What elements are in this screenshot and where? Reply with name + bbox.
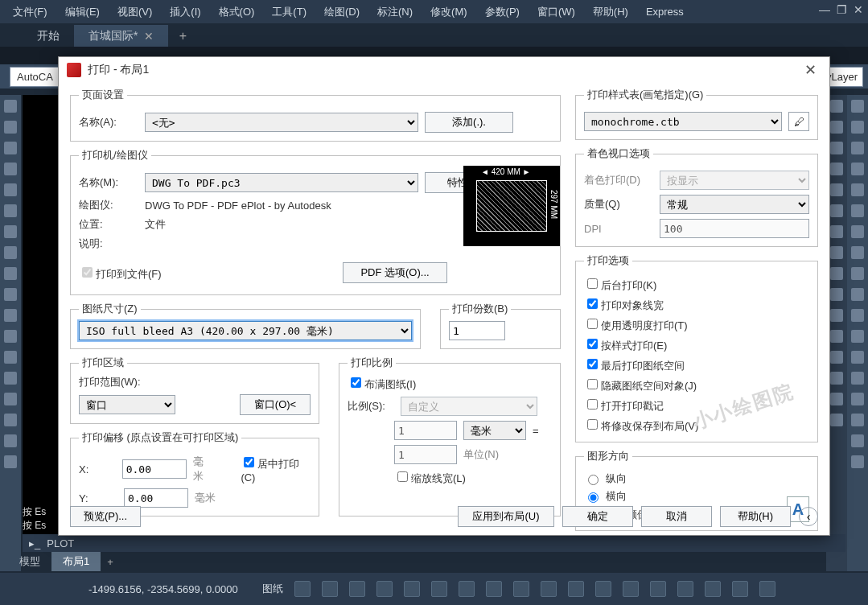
tool-icon[interactable] (4, 121, 17, 134)
printer-name-select[interactable]: DWG To PDF.pc3 (145, 173, 418, 192)
menu-modify[interactable]: 修改(M) (430, 5, 467, 19)
add-page-setup-button[interactable]: 添加(.). (425, 112, 513, 133)
menu-file[interactable]: 文件(F) (13, 5, 47, 19)
menu-format[interactable]: 格式(O) (219, 5, 255, 19)
tool-icon[interactable] (4, 455, 17, 468)
menu-window[interactable]: 窗口(W) (537, 5, 575, 19)
tool-icon[interactable] (851, 309, 864, 322)
tool-icon[interactable] (851, 414, 864, 426)
page-setup-name-select[interactable]: <无> (145, 113, 418, 132)
tool-icon[interactable] (830, 225, 843, 238)
tool-icon[interactable] (851, 163, 864, 175)
left-toolbar[interactable] (0, 95, 21, 571)
copies-input[interactable] (449, 321, 505, 340)
plot-style-select[interactable]: monochrome.ctb (584, 112, 782, 131)
tool-icon[interactable] (830, 267, 843, 280)
tool-icon[interactable] (4, 100, 17, 113)
menu-view[interactable]: 视图(V) (117, 5, 152, 19)
tool-icon[interactable] (830, 246, 843, 259)
plot-style-edit-button[interactable]: 🖊 (788, 112, 809, 131)
fit-to-paper-checkbox[interactable]: 布满图纸(I) (348, 378, 416, 390)
tool-icon[interactable] (830, 414, 843, 426)
tool-icon[interactable] (4, 393, 17, 405)
tool-icon[interactable] (851, 121, 864, 134)
tool-icon[interactable] (830, 163, 843, 175)
window-min-icon[interactable]: — (819, 3, 830, 16)
tool-icon[interactable] (851, 142, 864, 154)
menu-help[interactable]: 帮助(H) (593, 5, 628, 19)
tool-icon[interactable] (830, 393, 843, 405)
tool-icon[interactable] (830, 142, 843, 154)
tool-icon[interactable] (4, 246, 17, 259)
tool-icon[interactable] (851, 393, 864, 405)
status-icon[interactable] (513, 581, 529, 597)
portrait-radio[interactable] (588, 475, 599, 485)
status-icon[interactable] (486, 581, 502, 597)
quality-select[interactable]: 常规 (660, 195, 809, 214)
menu-insert[interactable]: 插入(I) (170, 5, 200, 19)
status-space-label[interactable]: 图纸 (262, 582, 283, 596)
right-toolbar-1[interactable] (847, 95, 868, 571)
tool-icon[interactable] (830, 351, 843, 364)
tool-icon[interactable] (4, 309, 17, 322)
tool-icon[interactable] (851, 246, 864, 259)
scale-lineweight-checkbox[interactable]: 缩放线宽(L) (394, 469, 466, 486)
tool-icon[interactable] (4, 288, 17, 301)
status-icon[interactable] (294, 581, 311, 597)
tool-icon[interactable] (830, 121, 843, 134)
menu-param[interactable]: 参数(P) (485, 5, 520, 19)
dialog-close-button[interactable]: ✕ (800, 61, 821, 79)
plot-option-checkbox[interactable]: 按样式打印(E) (584, 336, 809, 353)
paper-size-select[interactable]: ISO full bleed A3 (420.00 x 297.00 毫米) (79, 321, 412, 340)
tool-icon[interactable] (851, 267, 864, 280)
close-icon[interactable]: ✕ (144, 30, 154, 43)
status-icon[interactable] (404, 581, 420, 597)
tool-icon[interactable] (830, 183, 843, 196)
preview-button[interactable]: 预览(P)... (70, 506, 141, 527)
status-icon[interactable] (459, 581, 475, 597)
dialog-titlebar[interactable]: 打印 - 布局1 ✕ (59, 57, 829, 83)
tool-icon[interactable] (4, 372, 17, 385)
tool-icon[interactable] (4, 267, 17, 280)
window-select-button[interactable]: 窗口(O)< (240, 394, 311, 415)
tool-icon[interactable] (4, 414, 17, 426)
tool-icon[interactable] (830, 372, 843, 385)
tool-icon[interactable] (4, 204, 17, 217)
menu-bar[interactable]: 文件(F) 编辑(E) 视图(V) 插入(I) 格式(O) 工具(T) 绘图(D… (0, 0, 868, 23)
window-restore-icon[interactable]: ❐ (837, 3, 847, 16)
tool-icon[interactable] (851, 330, 864, 343)
tool-icon[interactable] (851, 183, 864, 196)
tool-icon[interactable] (4, 142, 17, 154)
tool-icon[interactable] (851, 204, 864, 217)
landscape-radio[interactable] (588, 492, 599, 503)
add-tab-button[interactable]: + (173, 27, 192, 47)
ribbon-tab[interactable]: AutoCA (10, 67, 60, 87)
menu-dim[interactable]: 标注(N) (377, 5, 413, 19)
offset-x-input[interactable] (122, 459, 187, 479)
plot-option-checkbox[interactable]: 最后打印图纸空间 (584, 356, 809, 373)
plot-range-select[interactable]: 窗口 (79, 395, 175, 414)
plot-option-checkbox[interactable]: 后台打印(K) (584, 276, 809, 293)
tool-icon[interactable] (830, 204, 843, 217)
scale-unit-select[interactable]: 毫米 (463, 421, 526, 440)
help-button[interactable]: 帮助(H) (720, 506, 791, 527)
menu-edit[interactable]: 编辑(E) (65, 5, 100, 19)
tab-start[interactable]: 开始 (23, 25, 74, 47)
tool-icon[interactable] (830, 330, 843, 343)
status-icon[interactable] (677, 581, 693, 597)
cancel-button[interactable]: 取消 (641, 506, 712, 527)
status-icon[interactable] (623, 581, 639, 597)
tool-icon[interactable] (851, 372, 864, 385)
apply-to-layout-button[interactable]: 应用到布局(U) (458, 506, 554, 527)
tool-icon[interactable] (830, 100, 843, 113)
status-icon[interactable] (349, 581, 365, 597)
tool-icon[interactable] (4, 434, 17, 447)
layout-tab-layout1[interactable]: 布局1 (51, 552, 101, 571)
tool-icon[interactable] (4, 163, 17, 175)
pdf-options-button[interactable]: PDF 选项(O)... (343, 262, 447, 283)
status-icon[interactable] (759, 581, 775, 597)
menu-draw[interactable]: 绘图(D) (324, 5, 360, 19)
plot-option-checkbox[interactable]: 打印对象线宽 (584, 296, 809, 313)
status-icon[interactable] (568, 581, 584, 597)
ok-button[interactable]: 确定 (562, 506, 633, 527)
